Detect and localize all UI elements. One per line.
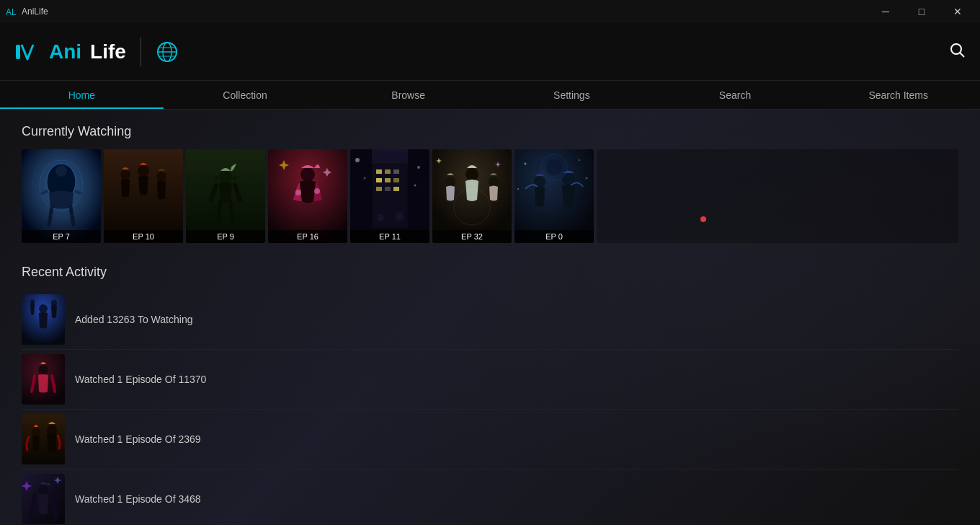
main-content: Currently Watching bbox=[0, 110, 980, 525]
nav-browse[interactable]: Browse bbox=[326, 81, 490, 109]
watching-grid: EP 7 bbox=[22, 149, 958, 243]
minimize-button[interactable]: ─ bbox=[869, 0, 902, 23]
notification-dot bbox=[700, 216, 706, 222]
activity-item-2[interactable]: Watched 1 Episode Of 11370 bbox=[22, 350, 958, 410]
app-icon: AL bbox=[6, 6, 17, 17]
logo-text-life: Life bbox=[90, 40, 126, 63]
activity-thumb-2 bbox=[22, 354, 65, 405]
currently-watching-title: Currently Watching bbox=[22, 124, 958, 139]
svg-text:AL: AL bbox=[6, 7, 17, 17]
nav-settings[interactable]: Settings bbox=[490, 81, 654, 109]
card-4-ep: EP 16 bbox=[268, 230, 347, 243]
svg-point-67 bbox=[32, 428, 40, 436]
svg-point-70 bbox=[38, 485, 48, 495]
activity-thumb-1 bbox=[22, 294, 65, 345]
anime-card-3[interactable]: EP 9 bbox=[186, 149, 265, 243]
svg-point-65 bbox=[38, 365, 48, 375]
title-bar: AL AniLife ─ □ ✕ bbox=[0, 0, 980, 23]
card-2-ep: EP 10 bbox=[104, 230, 183, 243]
card-5-ep: EP 11 bbox=[350, 230, 429, 243]
recent-activity-title: Recent Activity bbox=[22, 265, 958, 280]
activity-text-2: Watched 1 Episode Of 11370 bbox=[75, 374, 206, 385]
anime-card-1[interactable]: EP 7 bbox=[22, 149, 101, 243]
logo-divider bbox=[141, 38, 141, 66]
svg-rect-1 bbox=[16, 45, 20, 59]
title-bar-controls: ─ □ ✕ bbox=[869, 0, 974, 23]
logo: AniLife bbox=[14, 38, 179, 66]
svg-line-8 bbox=[961, 53, 965, 58]
title-bar-left: AL AniLife bbox=[6, 6, 48, 17]
svg-point-61 bbox=[39, 304, 48, 313]
header: AniLife bbox=[0, 23, 980, 81]
anime-card-2[interactable]: EP 10 bbox=[104, 149, 183, 243]
anime-card-6[interactable]: EP 32 bbox=[432, 149, 512, 243]
activity-text-4: Watched 1 Episode Of 3468 bbox=[75, 493, 201, 505]
watching-grid-empty bbox=[597, 149, 958, 243]
activity-item-1[interactable]: Added 13263 To Watching bbox=[22, 290, 958, 350]
activity-thumb-4 bbox=[22, 474, 65, 524]
maximize-button[interactable]: □ bbox=[905, 0, 938, 23]
card-7-ep: EP 0 bbox=[514, 230, 594, 243]
nav-search[interactable]: Search bbox=[654, 81, 817, 109]
close-button[interactable]: ✕ bbox=[941, 0, 974, 23]
activity-text-3: Watched 1 Episode Of 2369 bbox=[75, 433, 201, 445]
activity-item-3[interactable]: Watched 1 Episode Of 2369 bbox=[22, 410, 958, 469]
search-icon-header[interactable] bbox=[948, 41, 966, 62]
svg-point-68 bbox=[47, 425, 57, 435]
card-6-ep: EP 32 bbox=[432, 230, 512, 243]
nav-home[interactable]: Home bbox=[0, 81, 164, 109]
card-3-ep: EP 9 bbox=[186, 230, 265, 243]
logo-text-ani: Ani bbox=[49, 40, 81, 63]
activity-item-4[interactable]: Watched 1 Episode Of 3468 bbox=[22, 469, 958, 525]
activity-text-1: Added 13263 To Watching bbox=[75, 314, 192, 325]
globe-icon bbox=[156, 40, 179, 63]
nav-search-items[interactable]: Search Items bbox=[816, 81, 980, 109]
nav: Home Collection Browse Settings Search S… bbox=[0, 81, 980, 110]
anime-card-4[interactable]: EP 16 bbox=[268, 149, 347, 243]
activity-thumb-3 bbox=[22, 414, 65, 464]
anime-card-5[interactable]: EP 11 bbox=[350, 149, 429, 243]
anime-card-7[interactable]: EP 0 bbox=[514, 149, 594, 243]
card-1-ep: EP 7 bbox=[22, 230, 101, 243]
nav-collection[interactable]: Collection bbox=[164, 81, 327, 109]
logo-icon bbox=[14, 39, 40, 65]
activity-list: Added 13263 To Watching bbox=[22, 290, 958, 525]
svg-point-7 bbox=[951, 44, 961, 54]
title-bar-title: AniLife bbox=[22, 6, 48, 17]
